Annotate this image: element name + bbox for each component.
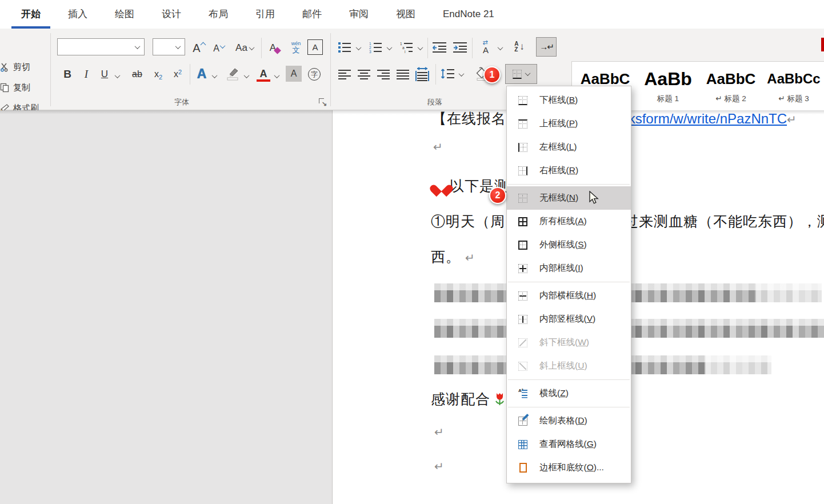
tab-design[interactable]: 设计 — [148, 0, 195, 29]
borders-menu-item[interactable]: 边框和底纹(O)... — [507, 456, 631, 479]
font-name-combobox[interactable] — [57, 38, 145, 55]
grow-font-glyph: A — [193, 42, 200, 55]
cut-button[interactable]: 剪切 — [0, 62, 30, 73]
asian-layout-button[interactable]: ⇄ A — [475, 38, 496, 56]
borders-menu-item[interactable]: 内部横框线(H) — [507, 284, 631, 307]
tab-review[interactable]: 审阅 — [335, 0, 382, 29]
style-gallery-item[interactable]: AaBb 标题 1 — [641, 65, 695, 112]
tab-mailings[interactable]: 邮件 — [289, 0, 335, 29]
shrink-font-button[interactable]: A — [210, 41, 227, 56]
highlighter-icon — [225, 67, 240, 81]
asian-layout-dropdown[interactable] — [496, 44, 504, 52]
grow-font-button[interactable]: A — [190, 40, 208, 56]
bold-button[interactable]: B — [59, 66, 75, 82]
increase-indent-button[interactable] — [451, 40, 469, 55]
text-effects-button[interactable]: A — [193, 65, 210, 82]
borders-split-button[interactable] — [505, 64, 537, 84]
multilevel-dropdown[interactable] — [416, 44, 424, 52]
font-size-combobox[interactable] — [153, 38, 185, 55]
font-dialog-launcher[interactable] — [318, 97, 326, 106]
borders-menu-item[interactable]: 右框线(R) — [507, 159, 631, 182]
underline-dropdown[interactable] — [113, 72, 121, 80]
align-center-button[interactable] — [357, 67, 371, 81]
borders-menu-item[interactable]: 内部框线(I) — [507, 257, 631, 280]
superscript-button[interactable]: x2 — [169, 66, 186, 82]
underline-glyph: U — [101, 69, 108, 80]
ribbon-tab-bar: 开始 插入 绘图 设计 布局 引用 邮件 审阅 视图 EndNote 21 — [0, 0, 824, 29]
borders-menu-item[interactable]: 横线(Z) — [507, 382, 631, 405]
borders-menu-item[interactable]: 无框线(N) — [507, 186, 631, 210]
distribute-text-icon — [415, 66, 430, 81]
font-color-dropdown[interactable] — [273, 72, 281, 80]
tab-references[interactable]: 引用 — [242, 0, 289, 29]
style-gallery-item[interactable]: AaBbC ↵ 标题 2 — [703, 65, 758, 112]
button-separator — [261, 38, 262, 58]
bullets-button[interactable] — [337, 40, 352, 55]
borders-menu-item[interactable]: 所有框线(A) — [507, 210, 631, 233]
strikethrough-button[interactable]: ab — [127, 66, 147, 82]
tab-view[interactable]: 视图 — [382, 0, 429, 29]
bullets-dropdown[interactable] — [354, 44, 362, 52]
svg-text:2: 2 — [369, 46, 371, 50]
italic-button[interactable]: I — [79, 66, 94, 82]
tab-draw[interactable]: 绘图 — [101, 0, 148, 29]
underline-button[interactable]: U — [97, 66, 112, 82]
character-shading-button[interactable]: A — [286, 66, 302, 82]
menu-item-label: 内部框线(I) — [539, 262, 583, 274]
paragraph-mark: ↵ — [465, 251, 475, 264]
show-hide-marks-button[interactable]: →↵ — [536, 37, 557, 57]
sort-button[interactable]: A Z ↓ — [510, 38, 529, 55]
character-border-button[interactable]: A — [307, 39, 323, 55]
tab-endnote[interactable]: EndNote 21 — [429, 0, 508, 29]
paragraph-mark-glyph: →↵ — [539, 42, 553, 52]
subscript-button[interactable]: x2 — [150, 66, 167, 82]
copy-button[interactable]: 复制 — [0, 82, 30, 93]
enclose-glyph: 字 — [311, 70, 318, 79]
borders-dropdown-menu: 下框线(B) 上框线(P) 左框线(L) 右框线(R) 无框线(N) 所有框线(… — [506, 86, 631, 483]
border-option-icon — [517, 165, 529, 177]
svg-text:i: i — [405, 50, 405, 53]
borders-menu-item[interactable]: 查看网格线(G) — [507, 433, 631, 456]
menu-item-label: 横线(Z) — [539, 387, 569, 399]
tab-insert[interactable]: 插入 — [54, 0, 101, 29]
tab-home[interactable]: 开始 — [7, 0, 54, 29]
menu-item-label: 绘制表格(D) — [539, 415, 587, 427]
tab-layout[interactable]: 布局 — [195, 0, 242, 29]
justify-button[interactable] — [395, 67, 410, 81]
borders-menu-item[interactable]: 左框线(L) — [507, 135, 631, 159]
borders-menu-item[interactable]: 外侧框线(S) — [507, 233, 631, 257]
line-spacing-dropdown[interactable] — [457, 70, 465, 78]
font-group-label: 字体 — [174, 97, 189, 107]
borders-menu-item[interactable]: 内部竖框线(V) — [507, 307, 631, 331]
menu-item-label: 内部竖框线(V) — [539, 313, 595, 325]
style-gallery-item[interactable]: AaBbCc ↵ 标题 3 — [766, 65, 821, 112]
chevron-down-icon — [135, 43, 141, 49]
borders-menu-list: 下框线(B) 上框线(P) 左框线(L) 右框线(R) 无框线(N) 所有框线(… — [507, 89, 631, 479]
borders-menu-item[interactable]: 斜上框线(U) — [507, 354, 631, 378]
borders-menu-item[interactable]: 下框线(B) — [507, 89, 631, 112]
decrease-indent-button[interactable] — [431, 40, 448, 55]
numbering-button[interactable]: 123 — [368, 40, 383, 55]
registration-hyperlink[interactable]: /ksform/w/write/nPazNnTC — [625, 111, 787, 126]
font-color-button[interactable]: A — [255, 65, 272, 82]
multilevel-list-button[interactable]: 1ai — [399, 40, 414, 55]
borders-menu-item[interactable]: 上框线(P) — [507, 112, 631, 135]
line-spacing-button[interactable] — [439, 66, 456, 82]
align-right-button[interactable] — [376, 67, 391, 81]
numbering-dropdown[interactable] — [385, 44, 393, 52]
phonetic-guide-button[interactable]: wén 文 — [287, 38, 305, 57]
tulip-icon — [495, 393, 505, 406]
text-effects-dropdown[interactable] — [210, 72, 218, 80]
character-shading-glyph: A — [291, 69, 297, 79]
distribute-text-button[interactable] — [414, 65, 431, 82]
increase-indent-icon — [453, 42, 467, 53]
numbering-icon: 123 — [369, 42, 382, 53]
highlight-color-button[interactable] — [223, 65, 242, 82]
change-case-button[interactable]: Aa — [231, 41, 258, 55]
highlight-dropdown[interactable] — [242, 72, 250, 80]
clear-formatting-button[interactable]: A — [265, 41, 285, 55]
borders-menu-item[interactable]: 斜下框线(W) — [507, 331, 631, 354]
enclose-characters-button[interactable]: 字 — [306, 66, 322, 82]
borders-menu-item[interactable]: 绘制表格(D) — [507, 409, 631, 433]
align-left-button[interactable] — [337, 67, 352, 81]
